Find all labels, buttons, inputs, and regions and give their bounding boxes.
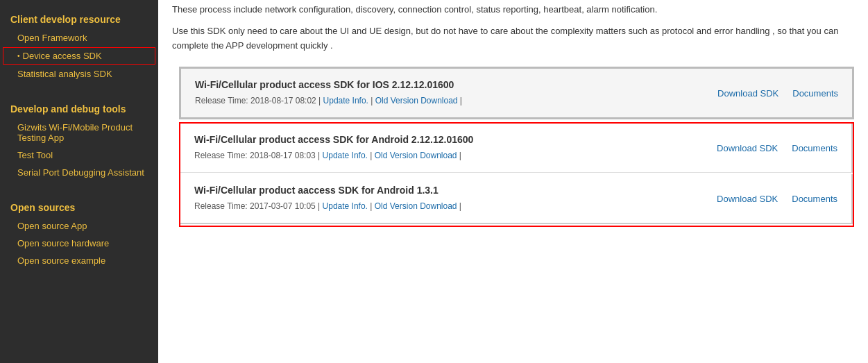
sidebar-item-label: Serial Port Debugging Assistant <box>17 167 144 178</box>
main-content: These process include network configurat… <box>158 0 868 363</box>
sidebar-item-statistical-sdk[interactable]: Statistical analysis SDK <box>0 65 158 83</box>
sidebar-item-test-tool[interactable]: Test Tool <box>0 146 158 164</box>
sidebar-item-testing-app[interactable]: Gizwits Wi-Fi/Mobile Product Testing App <box>0 119 158 146</box>
sdk-card-title-android-1: Wi-Fi/Cellular product aaccess SDK for A… <box>194 185 689 196</box>
download-sdk-link-android-2[interactable]: Download SDK <box>717 143 778 153</box>
sidebar-item-label: Test Tool <box>17 150 53 160</box>
sidebar: Client develop resource Open Framework •… <box>0 0 158 363</box>
use-sdk-text: Use this SDK only need to care about the… <box>172 24 854 53</box>
sdk-card-ios: Wi-Fi/Cellular product access SDK for IO… <box>181 69 854 119</box>
update-info-link-ios[interactable]: Update Info. <box>323 96 368 105</box>
sdk-card-title-ios: Wi-Fi/Cellular product access SDK for IO… <box>195 79 690 90</box>
sidebar-item-serial-port[interactable]: Serial Port Debugging Assistant <box>0 164 158 181</box>
end-separator-ios: | <box>460 96 462 105</box>
sidebar-item-open-source-hardware[interactable]: Open source hardware <box>0 235 158 252</box>
sdk-card-actions-ios: Download SDK Documents <box>690 88 838 99</box>
sidebar-item-label: Open source App <box>17 221 87 231</box>
sdk-card-actions-android-2: Download SDK Documents <box>689 143 837 153</box>
update-info-link-android-1[interactable]: Update Info. <box>323 201 368 211</box>
sidebar-item-open-source-example[interactable]: Open source example <box>0 252 158 269</box>
sidebar-item-open-framework[interactable]: Open Framework <box>0 29 158 47</box>
sidebar-item-label: Statistical analysis SDK <box>17 69 112 79</box>
sidebar-item-label: Device access SDK <box>23 51 102 61</box>
documents-link-android-2[interactable]: Documents <box>792 143 837 153</box>
old-version-link-android-1[interactable]: Old Version Download <box>375 201 457 211</box>
sidebar-item-label: Gizwits Wi-Fi/Mobile Product Testing App <box>17 122 148 143</box>
sidebar-item-label: Open source hardware <box>17 238 109 248</box>
end-separator-android-1: | <box>459 201 461 211</box>
sdk-card-meta-ios: Release Time: 2018-08-17 08:02 | Update … <box>195 94 690 107</box>
download-sdk-link-android-1[interactable]: Download SDK <box>717 194 778 204</box>
sidebar-section-client: Client develop resource <box>0 7 158 29</box>
end-separator-android-2: | <box>459 151 461 160</box>
sdk-card-title-android-2: Wi-Fi/Cellular product access SDK for An… <box>194 134 689 145</box>
update-info-link-android-2[interactable]: Update Info. <box>323 151 368 160</box>
sdk-card-meta-android-1: Release Time: 2017-03-07 10:05 | Update … <box>194 200 689 212</box>
sdk-card-info-android-2: Wi-Fi/Cellular product access SDK for An… <box>194 134 689 162</box>
documents-link-ios[interactable]: Documents <box>792 88 838 99</box>
sidebar-item-device-sdk[interactable]: • Device access SDK <box>3 47 155 65</box>
sdk-card-android-1: Wi-Fi/Cellular product aaccess SDK for A… <box>180 174 853 224</box>
release-time-android-2: Release Time: 2018-08-17 08:03 | <box>194 151 320 160</box>
sidebar-section-open-sources: Open sources <box>0 195 158 217</box>
old-version-link-ios[interactable]: Old Version Download <box>375 96 458 105</box>
download-sdk-link-ios[interactable]: Download SDK <box>717 88 778 99</box>
bullet-icon: • <box>17 52 20 60</box>
sidebar-section-devtools: Develop and debug tools <box>0 96 158 119</box>
sidebar-item-label: Open Framework <box>17 33 87 43</box>
sdk-card-android-2: Wi-Fi/Cellular product access SDK for An… <box>180 124 853 173</box>
sdk-card-info-ios: Wi-Fi/Cellular product access SDK for IO… <box>195 79 690 107</box>
sdk-card-meta-android-2: Release Time: 2018-08-17 08:03 | Update … <box>194 149 689 162</box>
sidebar-item-open-source-app[interactable]: Open source App <box>0 217 158 235</box>
intro-text: These process include network configurat… <box>172 0 854 17</box>
release-time-ios: Release Time: 2018-08-17 08:02 | <box>195 96 321 105</box>
sdk-card-info-android-1: Wi-Fi/Cellular product aaccess SDK for A… <box>194 185 689 212</box>
release-time-android-1: Release Time: 2017-03-07 10:05 | <box>194 201 320 211</box>
old-version-link-android-2[interactable]: Old Version Download <box>375 151 457 160</box>
sidebar-item-label: Open source example <box>17 255 105 266</box>
documents-link-android-1[interactable]: Documents <box>792 194 837 204</box>
sdk-card-actions-android-1: Download SDK Documents <box>689 194 837 204</box>
